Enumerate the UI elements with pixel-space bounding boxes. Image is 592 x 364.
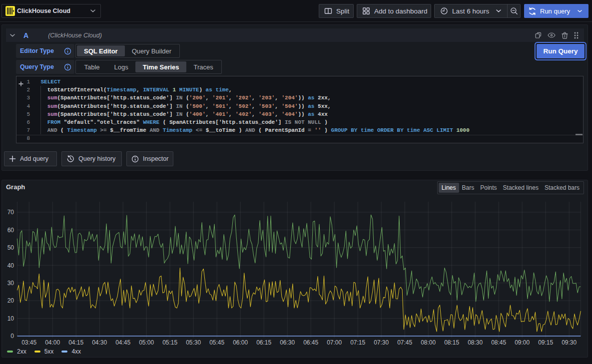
svg-text:07:45: 07:45 xyxy=(397,339,412,346)
svg-text:06:00: 06:00 xyxy=(233,339,248,346)
svg-text:05:00: 05:00 xyxy=(139,339,154,346)
svg-text:08:30: 08:30 xyxy=(468,339,483,346)
svg-text:04:15: 04:15 xyxy=(68,339,83,346)
svg-text:09:30: 09:30 xyxy=(562,339,577,346)
svg-text:05:30: 05:30 xyxy=(186,339,201,346)
svg-text:0: 0 xyxy=(10,333,14,340)
svg-text:04:45: 04:45 xyxy=(115,339,130,346)
svg-text:08:45: 08:45 xyxy=(491,339,506,346)
svg-text:09:00: 09:00 xyxy=(515,339,530,346)
svg-text:05:15: 05:15 xyxy=(162,339,177,346)
svg-text:10: 10 xyxy=(7,315,14,322)
svg-text:03:45: 03:45 xyxy=(21,339,36,346)
svg-text:30: 30 xyxy=(7,280,14,287)
svg-text:07:15: 07:15 xyxy=(350,339,365,346)
svg-text:08:00: 08:00 xyxy=(421,339,436,346)
svg-text:08:15: 08:15 xyxy=(444,339,459,346)
svg-text:07:30: 07:30 xyxy=(374,339,389,346)
svg-text:20: 20 xyxy=(7,297,14,304)
svg-text:09:15: 09:15 xyxy=(538,339,553,346)
svg-text:60: 60 xyxy=(7,227,14,234)
svg-text:06:45: 06:45 xyxy=(303,339,318,346)
svg-text:06:30: 06:30 xyxy=(280,339,295,346)
svg-text:07:00: 07:00 xyxy=(327,339,342,346)
svg-text:05:45: 05:45 xyxy=(209,339,224,346)
svg-text:04:00: 04:00 xyxy=(45,339,60,346)
svg-text:40: 40 xyxy=(7,262,14,269)
svg-text:06:15: 06:15 xyxy=(256,339,271,346)
svg-text:50: 50 xyxy=(7,244,14,251)
svg-text:04:30: 04:30 xyxy=(92,339,107,346)
svg-text:70: 70 xyxy=(7,209,14,216)
